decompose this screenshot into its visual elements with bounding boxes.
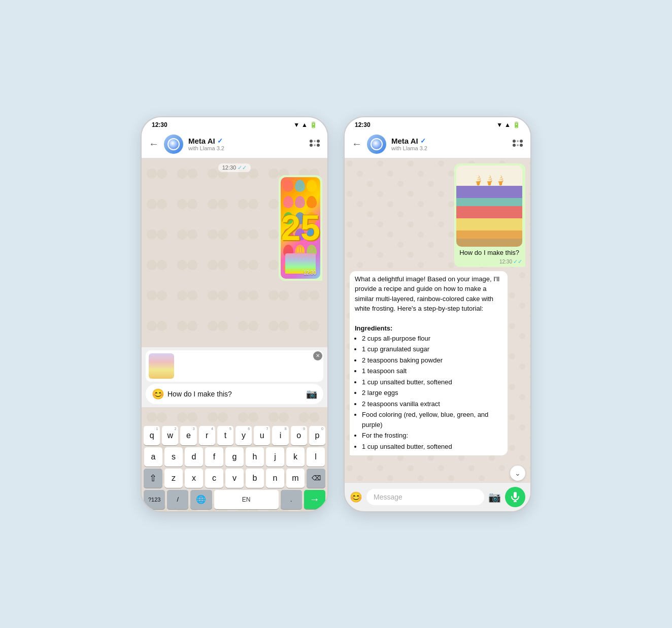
frosting-swirls: 🍦🍦🍦 [473, 175, 506, 186]
key-h[interactable]: h [246, 447, 264, 467]
message-input-left[interactable] [167, 390, 303, 398]
key-w[interactable]: 2w [162, 426, 178, 445]
key-shift[interactable]: ⇧ [144, 469, 162, 488]
menu-button-left[interactable] [309, 138, 320, 150]
scroll-down-button[interactable]: ⌄ [510, 466, 525, 481]
ai-response-text: What a delightful image! Based on your i… [355, 274, 502, 452]
svg-point-2 [310, 144, 313, 147]
signal-icon-right: ▲ [505, 121, 511, 128]
key-r[interactable]: 4r [199, 426, 215, 445]
svg-point-1 [317, 140, 320, 143]
key-backspace[interactable]: ⌫ [307, 469, 325, 488]
key-u[interactable]: 7u [254, 426, 270, 445]
input-area-left: ✕ 😊 📷 [142, 347, 327, 407]
birthday-number: 25 [281, 208, 320, 248]
frosting-layer: 🍦🍦🍦 [456, 166, 522, 186]
key-m[interactable]: m [286, 469, 305, 488]
yellow-layer [456, 218, 522, 230]
signal-icon: ▲ [301, 121, 308, 128]
avatar-right [367, 135, 386, 154]
status-bar-left: 12:30 ▼ ▲ 🔋 [142, 117, 327, 130]
key-p[interactable]: 0p [309, 426, 325, 445]
bottom-layer [456, 239, 522, 247]
battery-icon-right: 🔋 [513, 121, 520, 128]
key-k[interactable]: k [286, 447, 305, 467]
key-t[interactable]: 5t [217, 426, 233, 445]
mic-button[interactable] [505, 487, 525, 507]
ingredient-5: 1 cup unsalted butter, softened [362, 377, 502, 387]
status-bar-right: 12:30 ▼ ▲ 🔋 [345, 117, 530, 130]
ingredients-label: Ingredients: [355, 324, 392, 332]
menu-button-right[interactable] [512, 138, 523, 150]
key-d[interactable]: d [185, 447, 203, 467]
key-row-2: a s d f g h j k l [144, 447, 325, 467]
svg-point-0 [310, 140, 313, 143]
user-bubble-right: 🍦🍦🍦 How do I make this? 12:30 [454, 163, 525, 267]
wifi-icon-right: ▼ [496, 121, 502, 128]
key-v[interactable]: v [225, 469, 244, 488]
emoji-button-left[interactable]: 😊 [152, 388, 164, 400]
camera-button-right[interactable]: 📷 [488, 491, 501, 503]
key-q[interactable]: 1q [144, 426, 160, 445]
emoji-button-right[interactable]: 😊 [350, 491, 362, 503]
key-n[interactable]: n [266, 469, 284, 488]
key-globe[interactable]: 🌐 [190, 490, 212, 509]
right-chat-scroll[interactable]: 🍦🍦🍦 How do I make this? 12:30 [345, 158, 530, 482]
verified-badge-left: ✓ [217, 137, 223, 145]
key-j[interactable]: j [266, 447, 284, 467]
key-a[interactable]: a [144, 447, 162, 467]
verified-badge-right: ✓ [420, 137, 426, 145]
battery-icon: 🔋 [310, 121, 317, 128]
ingredient-7: 2 teaspoons vanilla extract [362, 399, 502, 409]
keyboard-bottom-row: ?123 / 🌐 EN . → [144, 490, 325, 509]
contact-name-right: Meta AI ✓ [391, 137, 507, 145]
status-icons-right: ▼ ▲ 🔋 [496, 121, 520, 128]
key-f[interactable]: f [205, 447, 223, 467]
avatar-inner-left [167, 138, 180, 150]
ingredient-8: Food coloring (red, yellow, blue, green,… [362, 410, 502, 429]
status-time-right: 12:30 [355, 121, 371, 128]
read-ticks: ✓✓ [238, 164, 247, 171]
user-message-right: 🍦🍦🍦 How do I make this? 12:30 [454, 163, 525, 267]
read-ticks-right: ✓✓ [513, 258, 522, 265]
attachment-preview: ✕ [146, 350, 323, 382]
key-c[interactable]: c [205, 469, 223, 488]
key-123[interactable]: ?123 [144, 490, 165, 509]
chat-scroll-left[interactable]: 12:30 ✓✓ [142, 158, 327, 347]
svg-point-4 [314, 140, 316, 142]
header-info-left: Meta AI ✓ with Llama 3.2 [188, 137, 304, 151]
cake-layers: 🍦🍦🍦 [456, 166, 522, 247]
message-input-right[interactable]: Message [366, 489, 484, 505]
user-msg-time-right: 12:30 ✓✓ [456, 258, 522, 265]
key-period[interactable]: . [281, 490, 302, 509]
key-s[interactable]: s [164, 447, 183, 467]
key-g[interactable]: g [225, 447, 244, 467]
ingredients-list: 2 cups all-purpose flour 1 cup granulate… [355, 334, 502, 452]
svg-point-3 [317, 144, 320, 147]
red-layer [456, 206, 522, 218]
key-l[interactable]: l [307, 447, 325, 467]
right-phone: 12:30 ▼ ▲ 🔋 ← Meta AI ✓ with Llama 3.2 [344, 116, 531, 512]
key-y[interactable]: 6y [236, 426, 252, 445]
sent-image-message: 25 12:30 [279, 175, 322, 281]
key-o[interactable]: 9o [291, 426, 307, 445]
remove-attachment-button[interactable]: ✕ [313, 351, 322, 360]
key-e[interactable]: 3e [180, 426, 196, 445]
camera-button-left[interactable]: 📷 [306, 388, 317, 400]
svg-point-5 [314, 144, 316, 146]
back-button-left[interactable]: ← [149, 138, 159, 150]
key-slash[interactable]: / [167, 490, 188, 509]
back-button-right[interactable]: ← [352, 138, 362, 150]
ingredient-9: For the frosting: [362, 431, 502, 441]
key-i[interactable]: 8i [272, 426, 288, 445]
birthday-image: 25 12:30 [281, 177, 320, 279]
key-z[interactable]: z [164, 469, 183, 488]
key-enter[interactable]: → [304, 490, 325, 509]
avatar-left [164, 135, 183, 154]
chat-area-right: 🍦🍦🍦 How do I make this? 12:30 [345, 158, 530, 482]
key-space[interactable]: EN [214, 490, 279, 509]
key-x[interactable]: x [185, 469, 203, 488]
ingredient-2: 1 cup granulated sugar [362, 344, 502, 354]
app-header-left: ← Meta AI ✓ with Llama 3.2 [142, 130, 327, 158]
key-b[interactable]: b [246, 469, 264, 488]
